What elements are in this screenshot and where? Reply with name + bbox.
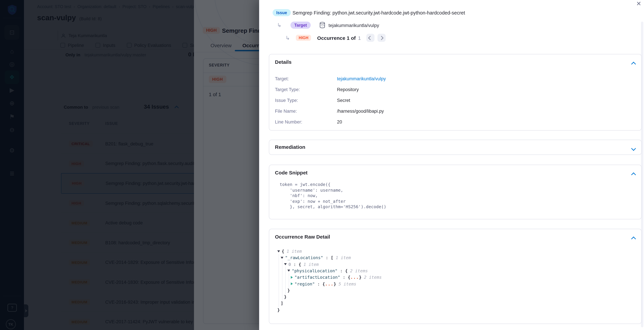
prev-occurrence-button[interactable] bbox=[366, 34, 374, 42]
detail-label: Issue Type: bbox=[275, 98, 337, 103]
detail-label: Line Number: bbox=[275, 119, 337, 124]
json-token-idx: 0 bbox=[288, 262, 291, 267]
occurrence-label: Occurrence 1 of bbox=[317, 35, 356, 41]
json-token-brace: { bbox=[282, 249, 284, 254]
close-icon[interactable]: ✕ bbox=[636, 0, 641, 8]
json-token-brace: { bbox=[345, 268, 348, 273]
json-tree-line[interactable]: } bbox=[288, 287, 290, 294]
json-token-meta: 5 items bbox=[338, 281, 356, 286]
detail-label: Target Type: bbox=[275, 87, 337, 92]
expanded-arrow-icon[interactable] bbox=[277, 250, 280, 252]
branch-arrow-icon: ↳ bbox=[277, 22, 282, 28]
json-token-brace: } bbox=[334, 281, 336, 286]
expanded-arrow-icon[interactable] bbox=[284, 263, 287, 265]
collapsed-arrow-icon[interactable] bbox=[291, 276, 293, 278]
tree-guide-line bbox=[279, 254, 279, 307]
json-tree-line[interactable]: 0 : {1 item bbox=[284, 261, 319, 268]
json-tree-line[interactable]: "_rawLocations" : [1 item bbox=[281, 254, 351, 261]
json-token-punc: : bbox=[340, 275, 348, 280]
code-snippet-title: Code Snippet bbox=[275, 170, 308, 176]
expanded-arrow-icon[interactable] bbox=[281, 257, 283, 259]
expand-chevron-icon[interactable] bbox=[632, 146, 635, 152]
code-snippet: token = jwt.encode({ 'username': usernam… bbox=[280, 182, 386, 210]
target-badge: Target bbox=[291, 22, 311, 29]
repository-icon: </> bbox=[319, 22, 325, 28]
json-tree-line[interactable]: ] bbox=[281, 300, 283, 306]
severity-badge: HIGH bbox=[296, 35, 311, 41]
detail-row: File Name:/harness/good/libapi.py bbox=[275, 106, 384, 116]
details-card: Details Target:tejakummarikuntla/vulpyTa… bbox=[269, 54, 642, 130]
tree-guide-line bbox=[289, 273, 289, 288]
json-token-brace: } bbox=[284, 294, 286, 299]
detail-label: File Name: bbox=[275, 108, 337, 114]
detail-value: /harness/good/libapi.py bbox=[337, 108, 384, 114]
issue-title: Semgrep Finding: python.jwt.security.jwt… bbox=[292, 10, 465, 16]
json-token-key: "region" bbox=[294, 281, 315, 286]
issue-badge: Issue bbox=[272, 9, 291, 16]
json-token-brace: { bbox=[298, 262, 301, 267]
json-tree-line[interactable]: {1 item bbox=[277, 248, 302, 254]
target-name[interactable]: tejakummarikuntla/vulpy bbox=[328, 22, 379, 28]
json-token-brace: { bbox=[322, 281, 325, 286]
detail-row: Target Type:Repository bbox=[275, 84, 359, 95]
raw-detail-title: Occurrence Raw Detail bbox=[275, 234, 330, 240]
remediation-card: Remediation bbox=[269, 140, 642, 155]
json-token-punc: : bbox=[291, 262, 298, 267]
json-token-brace: { bbox=[348, 275, 350, 280]
json-token-punc: : bbox=[338, 268, 345, 273]
detail-value[interactable]: tejakummarikuntla/vulpy bbox=[337, 76, 386, 81]
collapse-chevron-icon[interactable] bbox=[632, 172, 635, 178]
json-tree-line[interactable]: } bbox=[277, 306, 280, 313]
svg-text:</>: </> bbox=[321, 24, 324, 27]
raw-detail-card: Occurrence Raw Detail {1 item"_rawLocati… bbox=[269, 229, 642, 324]
json-token-meta: 1 item bbox=[336, 255, 351, 260]
json-token-key: "physicalLocation" bbox=[292, 268, 338, 273]
tree-guide-line bbox=[282, 260, 282, 301]
chevron-left-icon bbox=[368, 36, 372, 40]
detail-label: Target: bbox=[275, 76, 337, 81]
details-title: Details bbox=[275, 59, 292, 65]
json-token-key: "artifactLocation" bbox=[294, 275, 340, 280]
json-token-dots: ... bbox=[325, 281, 334, 286]
detail-value: 20 bbox=[337, 119, 342, 124]
json-token-punc: : bbox=[323, 255, 331, 260]
json-token-punc: : bbox=[315, 281, 322, 286]
next-occurrence-button[interactable] bbox=[377, 34, 386, 42]
json-token-key: "_rawLocations" bbox=[285, 255, 323, 260]
json-token-brace: [ bbox=[331, 255, 333, 260]
json-token-meta: 1 item bbox=[286, 249, 302, 254]
chevron-right-icon bbox=[379, 36, 384, 40]
json-token-meta: 2 items bbox=[350, 268, 368, 273]
collapse-chevron-icon[interactable] bbox=[632, 236, 635, 242]
remediation-title: Remediation bbox=[275, 144, 305, 150]
detail-row: Target:tejakummarikuntla/vulpy bbox=[275, 73, 386, 84]
expanded-arrow-icon[interactable] bbox=[288, 270, 290, 272]
json-token-brace: } bbox=[288, 288, 290, 293]
detail-value: Secret bbox=[337, 98, 350, 103]
occurrence-total: 1 bbox=[358, 35, 361, 41]
detail-row: Line Number:20 bbox=[275, 116, 342, 127]
json-tree-line[interactable]: "physicalLocation" : {2 items bbox=[288, 268, 368, 274]
occurrence-detail-drawer: ✕ Issue Semgrep Finding: python.jwt.secu… bbox=[259, 0, 644, 330]
app-root: Account: STO test›Organization: default›… bbox=[0, 0, 644, 330]
json-tree-line[interactable]: "artifactLocation" : {...}2 items bbox=[291, 274, 382, 280]
json-token-meta: 1 item bbox=[304, 262, 319, 267]
json-token-brace: ] bbox=[281, 301, 283, 306]
json-token-brace: } bbox=[277, 307, 280, 312]
json-token-brace: } bbox=[359, 275, 362, 280]
occurrence-nav-row: ↳ HIGH Occurrence 1 of 1 bbox=[286, 34, 386, 42]
target-row: ↳ Target </> tejakummarikuntla/vulpy bbox=[277, 22, 379, 29]
detail-row: Issue Type:Secret bbox=[275, 95, 350, 106]
json-token-dots: ... bbox=[350, 275, 359, 280]
detail-value: Repository bbox=[337, 87, 359, 92]
branch-arrow-icon: ↳ bbox=[286, 34, 290, 41]
collapse-chevron-icon[interactable] bbox=[632, 61, 635, 67]
json-token-meta: 2 items bbox=[364, 275, 382, 280]
json-tree-line[interactable]: } bbox=[284, 294, 286, 300]
collapsed-arrow-icon[interactable] bbox=[291, 282, 293, 285]
tree-guide-line bbox=[286, 266, 286, 294]
code-snippet-card: Code Snippet token = jwt.encode({ 'usern… bbox=[269, 165, 642, 219]
json-tree-line[interactable]: "region" : {...}5 items bbox=[291, 280, 356, 287]
